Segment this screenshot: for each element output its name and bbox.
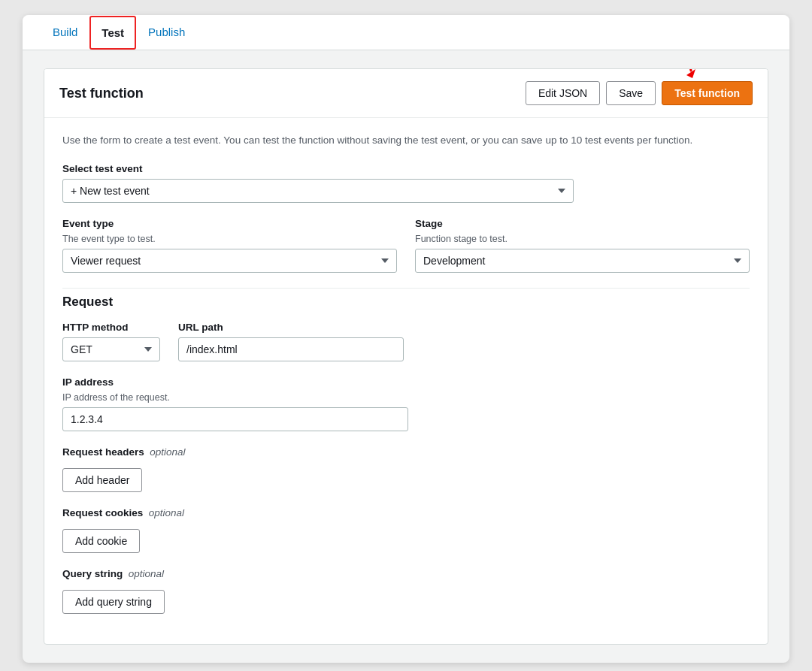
add-header-button[interactable]: Add header xyxy=(62,468,142,492)
stage-sublabel: Function stage to test. xyxy=(415,234,750,244)
tab-build[interactable]: Build xyxy=(41,15,89,50)
event-type-stage-row: Event type The event type to test. Viewe… xyxy=(62,218,750,273)
ip-address-section: IP address IP address of the request. xyxy=(62,376,750,431)
ip-address-label: IP address xyxy=(62,376,750,388)
tab-test[interactable]: Test xyxy=(89,16,136,50)
stage-label: Stage xyxy=(415,218,750,229)
request-headers-optional: optional xyxy=(150,446,185,458)
event-type-section: Event type The event type to test. Viewe… xyxy=(62,218,397,273)
main-content: Test function Edit JSON Save Test functi… xyxy=(23,50,789,663)
tabs-bar: Build Test Publish xyxy=(23,15,789,50)
select-test-event-dropdown[interactable]: + New test event xyxy=(62,179,574,203)
http-url-row: HTTP method GET POST PUT DELETE HEAD OPT… xyxy=(62,322,750,361)
query-string-section: Query string optional Add query string xyxy=(62,568,750,614)
svg-marker-0 xyxy=(686,69,695,78)
add-cookie-button[interactable]: Add cookie xyxy=(62,529,140,553)
test-function-panel: Test function Edit JSON Save Test functi… xyxy=(44,68,768,645)
ip-address-sublabel: IP address of the request. xyxy=(62,392,750,403)
http-method-section: HTTP method GET POST PUT DELETE HEAD OPT… xyxy=(62,322,160,361)
test-function-button[interactable]: Test function xyxy=(662,81,753,105)
request-cookies-optional: optional xyxy=(149,507,184,518)
header-actions: Edit JSON Save Test function xyxy=(526,81,753,105)
query-string-optional: optional xyxy=(129,568,164,579)
main-card: Build Test Publish Test function Edit JS… xyxy=(23,15,789,663)
description-text: Use the form to create a test event. You… xyxy=(62,133,750,148)
select-test-event-wrapper: + New test event xyxy=(62,179,574,203)
url-path-input[interactable] xyxy=(178,337,404,361)
url-path-section: URL path xyxy=(178,322,750,361)
http-method-label: HTTP method xyxy=(62,322,160,333)
http-method-dropdown[interactable]: GET POST PUT DELETE HEAD OPTIONS PATCH xyxy=(62,337,160,361)
save-button[interactable]: Save xyxy=(606,81,656,105)
event-type-label: Event type xyxy=(62,218,397,229)
ip-address-input[interactable] xyxy=(62,407,408,431)
add-query-string-button[interactable]: Add query string xyxy=(62,590,165,614)
request-cookies-label: Request cookies optional xyxy=(62,507,750,518)
event-type-sublabel: The event type to test. xyxy=(62,234,397,244)
edit-json-button[interactable]: Edit JSON xyxy=(526,81,600,105)
url-path-label: URL path xyxy=(178,322,750,333)
select-test-event-section: Select test event + New test event xyxy=(62,163,750,203)
request-headers-section: Request headers optional Add header xyxy=(62,446,750,492)
select-test-event-label: Select test event xyxy=(62,163,750,174)
panel-header: Test function Edit JSON Save Test functi… xyxy=(44,69,768,118)
panel-body: Use the form to create a test event. You… xyxy=(44,118,768,644)
stage-dropdown[interactable]: Development Live xyxy=(415,249,750,273)
stage-section: Stage Function stage to test. Developmen… xyxy=(415,218,750,273)
panel-title: Test function xyxy=(59,86,144,101)
request-section-heading: Request xyxy=(62,288,750,310)
tab-publish[interactable]: Publish xyxy=(136,15,197,50)
query-string-label: Query string optional xyxy=(62,568,750,579)
event-type-dropdown[interactable]: Viewer request Viewer response Origin re… xyxy=(62,249,397,273)
request-cookies-section: Request cookies optional Add cookie xyxy=(62,507,750,553)
request-headers-label: Request headers optional xyxy=(62,446,750,458)
